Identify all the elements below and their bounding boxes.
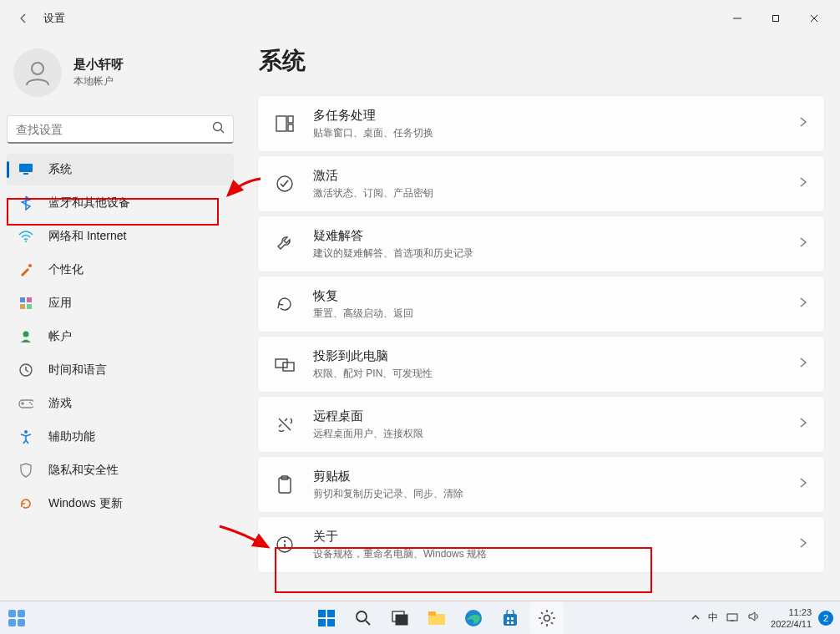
sidebar-item-label: 时间和语言 — [48, 363, 107, 378]
notification-badge[interactable]: 2 — [818, 611, 833, 626]
monitor-icon — [18, 162, 33, 177]
card-subtitle: 激活状态、订阅、产品密钥 — [313, 186, 799, 200]
svg-rect-5 — [19, 164, 33, 172]
page-title: 系统 — [257, 45, 825, 77]
sidebar-item-7[interactable]: 游戏 — [7, 388, 234, 419]
widgets-button[interactable] — [0, 601, 33, 635]
svg-rect-43 — [428, 611, 436, 616]
svg-rect-47 — [511, 617, 514, 620]
back-button[interactable] — [7, 2, 40, 35]
card-title: 恢复 — [313, 288, 799, 304]
svg-rect-34 — [318, 610, 326, 617]
sidebar-item-5[interactable]: 帐户 — [7, 321, 234, 353]
sidebar-item-10[interactable]: Windows 更新 — [7, 488, 234, 520]
sidebar-item-label: 应用 — [48, 296, 72, 311]
chevron-right-icon — [799, 357, 807, 372]
sidebar-item-3[interactable]: 个性化 — [7, 254, 234, 286]
settings-card-3[interactable]: 恢复重置、高级启动、返回 — [257, 276, 825, 332]
shield-icon — [18, 463, 33, 478]
svg-point-38 — [357, 611, 367, 621]
sidebar-item-label: 个性化 — [48, 262, 83, 277]
user-block[interactable]: 是小轩呀 本地帐户 — [7, 45, 242, 109]
sidebar-item-1[interactable]: 蓝牙和其他设备 — [7, 187, 234, 219]
svg-line-39 — [366, 621, 370, 625]
svg-rect-31 — [18, 610, 25, 617]
chevron-right-icon — [799, 297, 807, 312]
settings-card-5[interactable]: 远程桌面远程桌面用户、连接权限 — [257, 396, 825, 453]
start-button[interactable] — [310, 601, 343, 635]
sidebar-item-6[interactable]: 时间和语言 — [7, 354, 234, 386]
svg-rect-36 — [318, 619, 326, 626]
settings-card-2[interactable]: 疑难解答建议的疑难解答、首选项和历史记录 — [257, 216, 825, 272]
grid-icon — [18, 296, 33, 311]
search-input[interactable] — [16, 123, 212, 136]
svg-rect-12 — [27, 304, 32, 309]
svg-line-4 — [221, 130, 225, 134]
task-view-button[interactable] — [383, 601, 417, 635]
chevron-right-icon — [799, 116, 807, 131]
sidebar-item-9[interactable]: 隐私和安全性 — [7, 454, 234, 486]
sidebar-item-label: 系统 — [48, 162, 72, 177]
explorer-button[interactable] — [420, 601, 453, 635]
svg-rect-41 — [396, 615, 407, 625]
settings-card-0[interactable]: 多任务处理贴靠窗口、桌面、任务切换 — [257, 95, 825, 152]
ime-indicator[interactable]: 中 — [704, 611, 722, 625]
volume-icon[interactable] — [744, 611, 764, 624]
sidebar-item-0[interactable]: 系统 — [7, 154, 234, 185]
multitask-icon — [275, 115, 295, 132]
svg-rect-33 — [18, 619, 25, 626]
store-button[interactable] — [493, 601, 527, 635]
remote-icon — [275, 415, 295, 434]
sidebar-item-2[interactable]: 网络和 Internet — [7, 221, 234, 252]
taskbar-center — [310, 601, 564, 635]
nav-list: 系统蓝牙和其他设备网络和 Internet个性化应用帐户时间和语言游戏辅助功能隐… — [7, 154, 242, 520]
settings-card-1[interactable]: 激活激活状态、订阅、产品密钥 — [257, 155, 825, 212]
svg-point-3 — [214, 123, 222, 131]
edge-button[interactable] — [457, 601, 490, 635]
card-title: 疑难解答 — [313, 228, 799, 244]
settings-card-7[interactable]: 关于设备规格，重命名电脑、Windows 规格 — [257, 516, 825, 573]
sidebar-item-8[interactable]: 辅助功能 — [7, 421, 234, 453]
taskbar-clock[interactable]: 11:23 2022/4/11 — [771, 606, 812, 630]
maximize-button[interactable] — [757, 5, 795, 32]
chevron-right-icon — [799, 236, 807, 251]
card-subtitle: 重置、高级启动、返回 — [313, 307, 799, 321]
search-box[interactable] — [7, 115, 234, 144]
chevron-right-icon — [799, 537, 807, 552]
taskbar-tray: 中 11:23 2022/4/11 2 — [687, 606, 833, 630]
user-name: 是小轩呀 — [73, 57, 124, 73]
bluetooth-icon — [18, 195, 33, 210]
sidebar-item-4[interactable]: 应用 — [7, 287, 234, 319]
settings-button[interactable] — [530, 601, 564, 635]
settings-card-6[interactable]: 剪贴板剪切和复制历史记录、同步、清除 — [257, 456, 825, 513]
avatar — [13, 48, 62, 97]
check-circle-icon — [275, 175, 295, 193]
taskbar-search-button[interactable] — [347, 601, 380, 635]
settings-card-4[interactable]: 投影到此电脑权限、配对 PIN、可发现性 — [257, 336, 825, 393]
svg-rect-30 — [8, 610, 16, 617]
svg-rect-32 — [8, 619, 16, 626]
svg-rect-19 — [276, 116, 286, 131]
svg-rect-51 — [727, 614, 737, 621]
svg-point-13 — [23, 332, 29, 337]
card-title: 多任务处理 — [313, 108, 799, 124]
svg-rect-6 — [23, 173, 28, 175]
person-icon — [18, 329, 33, 344]
svg-rect-48 — [507, 621, 509, 624]
card-title: 剪贴板 — [313, 469, 799, 484]
sidebar-item-label: 帐户 — [48, 329, 72, 344]
titlebar: 设置 — [0, 0, 840, 37]
network-icon[interactable] — [722, 611, 744, 624]
clipboard-icon — [275, 475, 295, 494]
svg-rect-46 — [507, 617, 509, 620]
card-subtitle: 设备规格，重命名电脑、Windows 规格 — [313, 547, 799, 561]
gamepad-icon — [18, 396, 33, 411]
close-button[interactable] — [795, 5, 833, 32]
card-subtitle: 远程桌面用户、连接权限 — [313, 427, 799, 441]
svg-rect-35 — [327, 610, 335, 617]
tray-chevron-icon[interactable] — [687, 612, 704, 624]
svg-rect-37 — [327, 619, 335, 626]
sidebar-item-label: 游戏 — [48, 396, 72, 411]
minimize-button[interactable] — [718, 5, 757, 32]
content: 系统 多任务处理贴靠窗口、桌面、任务切换激活激活状态、订阅、产品密钥疑难解答建议… — [242, 37, 840, 601]
